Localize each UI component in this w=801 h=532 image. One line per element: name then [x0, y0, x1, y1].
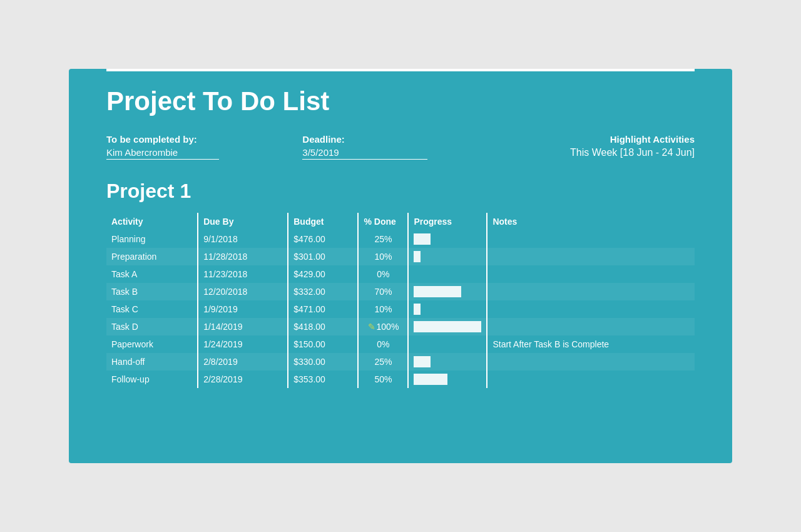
pencil-icon: ✎ [368, 322, 375, 332]
table-row: Task B 12/20/2018 $332.00 70% [106, 283, 695, 300]
table-row: Hand-off 2/8/2019 $330.00 25% [106, 353, 695, 371]
progress-bar [414, 304, 421, 315]
table-row: Planning 9/1/2018 $476.00 25% [106, 230, 695, 248]
cell-progress [408, 371, 487, 388]
progress-bar-container [414, 286, 481, 297]
cell-due-by: 11/28/2018 [198, 248, 288, 265]
task-table: Activity Due By Budget % Done Progress N… [106, 213, 695, 388]
progress-bar-container [414, 269, 481, 280]
cell-pct-done: 0% [358, 335, 408, 353]
deadline-label: Deadline: [302, 134, 498, 145]
completed-by-value: Kim Abercrombie [106, 147, 219, 160]
cell-progress [408, 353, 487, 371]
cell-due-by: 1/24/2019 [198, 335, 288, 353]
col-header-due-by: Due By [198, 213, 288, 230]
cell-activity: Paperwork [106, 335, 198, 353]
cell-notes [487, 230, 695, 248]
cell-due-by: 9/1/2018 [198, 230, 288, 248]
table-row: Task A 11/23/2018 $429.00 0% [106, 265, 695, 283]
cell-notes [487, 318, 695, 335]
progress-bar [414, 286, 461, 297]
cell-due-by: 2/8/2019 [198, 353, 288, 371]
col-header-progress: Progress [408, 213, 487, 230]
cell-budget: $353.00 [288, 371, 358, 388]
progress-bar-container [414, 304, 481, 315]
cell-notes: Start After Task B is Complete [487, 335, 695, 353]
cell-progress [408, 265, 487, 283]
progress-bar [414, 374, 447, 385]
cell-progress [408, 230, 487, 248]
cell-budget: $332.00 [288, 283, 358, 300]
cell-progress [408, 300, 487, 318]
cell-activity: Hand-off [106, 353, 198, 371]
cell-pct-done: 0% [358, 265, 408, 283]
page-title: Project To Do List [106, 86, 695, 116]
cell-activity: Task C [106, 300, 198, 318]
cell-activity: Task D [106, 318, 198, 335]
cell-activity: Task A [106, 265, 198, 283]
cell-progress [408, 318, 487, 335]
col-header-pct-done: % Done [358, 213, 408, 230]
highlight-label: Highlight Activities [499, 134, 695, 145]
cell-progress [408, 248, 487, 265]
cell-budget: $471.00 [288, 300, 358, 318]
cell-activity: Planning [106, 230, 198, 248]
col-header-budget: Budget [288, 213, 358, 230]
table-row: Follow-up 2/28/2019 $353.00 50% [106, 371, 695, 388]
progress-bar [414, 356, 431, 367]
completed-by-block: To be completed by: Kim Abercrombie [106, 134, 302, 160]
meta-row: To be completed by: Kim Abercrombie Dead… [106, 134, 695, 160]
cell-notes [487, 371, 695, 388]
cell-budget: $301.00 [288, 248, 358, 265]
cell-due-by: 1/14/2019 [198, 318, 288, 335]
cell-due-by: 2/28/2019 [198, 371, 288, 388]
deadline-value: 3/5/2019 [302, 147, 427, 160]
cell-notes [487, 300, 695, 318]
progress-bar [414, 251, 421, 262]
progress-bar-container [414, 356, 481, 367]
deadline-block: Deadline: 3/5/2019 [302, 134, 498, 160]
cell-budget: $418.00 [288, 318, 358, 335]
progress-bar-container [414, 339, 481, 350]
cell-notes [487, 283, 695, 300]
cell-budget: $330.00 [288, 353, 358, 371]
completed-by-label: To be completed by: [106, 134, 302, 145]
progress-bar [414, 321, 481, 332]
col-header-activity: Activity [106, 213, 198, 230]
cell-due-by: 12/20/2018 [198, 283, 288, 300]
highlight-value: This Week [18 Jun - 24 Jun] [499, 147, 695, 158]
cell-pct-done: 25% [358, 353, 408, 371]
progress-bar-container [414, 374, 481, 385]
table-row: Task C 1/9/2019 $471.00 10% [106, 300, 695, 318]
cell-due-by: 1/9/2019 [198, 300, 288, 318]
cell-budget: $429.00 [288, 265, 358, 283]
cell-notes [487, 248, 695, 265]
progress-bar [414, 233, 431, 245]
highlight-block: Highlight Activities This Week [18 Jun -… [499, 134, 695, 158]
top-rule [106, 69, 695, 71]
progress-bar-container [414, 321, 481, 332]
table-row: Preparation 11/28/2018 $301.00 10% [106, 248, 695, 265]
progress-bar-container [414, 233, 481, 245]
cell-activity: Task B [106, 283, 198, 300]
table-row: Paperwork 1/24/2019 $150.00 0% Start Aft… [106, 335, 695, 353]
cell-activity: Preparation [106, 248, 198, 265]
cell-notes [487, 265, 695, 283]
col-header-notes: Notes [487, 213, 695, 230]
cell-activity: Follow-up [106, 371, 198, 388]
cell-progress [408, 335, 487, 353]
cell-budget: $150.00 [288, 335, 358, 353]
progress-bar-container [414, 251, 481, 262]
cell-pct-done: 10% [358, 248, 408, 265]
cell-pct-done: 10% [358, 300, 408, 318]
cell-budget: $476.00 [288, 230, 358, 248]
cell-pct-done: 25% [358, 230, 408, 248]
table-row: Task D 1/14/2019 $418.00 ✎100% [106, 318, 695, 335]
main-card: Project To Do List To be completed by: K… [69, 69, 732, 463]
cell-pct-done: ✎100% [358, 318, 408, 335]
cell-pct-done: 50% [358, 371, 408, 388]
cell-notes [487, 353, 695, 371]
cell-due-by: 11/23/2018 [198, 265, 288, 283]
cell-progress [408, 283, 487, 300]
cell-pct-done: 70% [358, 283, 408, 300]
